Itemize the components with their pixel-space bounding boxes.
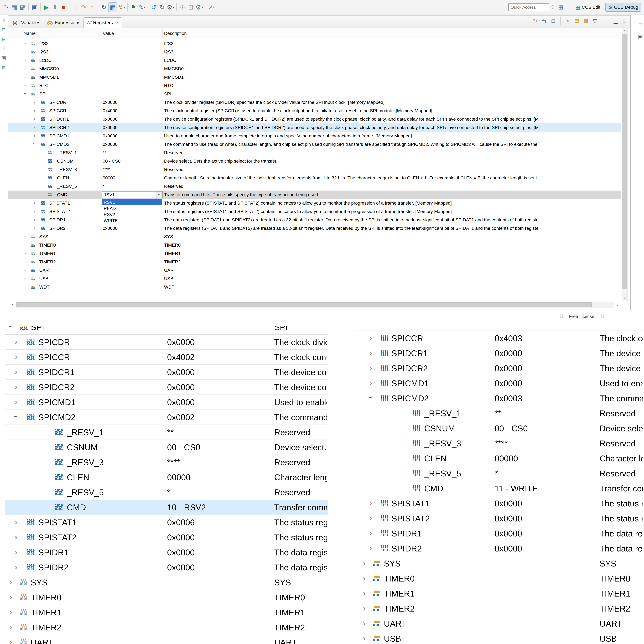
console-button-icon[interactable]: ▣ bbox=[30, 3, 39, 12]
clone-window-button-icon[interactable]: ⊡ bbox=[187, 3, 195, 12]
register-value[interactable]: * bbox=[495, 469, 498, 478]
register-row-mmcsd1[interactable]: ›AAA0101MMCSD1MMCSD1 bbox=[8, 73, 621, 81]
variables-fast-view-icon[interactable]: ⊞ bbox=[2, 37, 6, 42]
register-row-spidr2[interactable]: ›10100101SPIDR20x0000The data reg bbox=[354, 541, 644, 556]
register-row-rtc[interactable]: ›AAA0101RTCRTC bbox=[8, 81, 621, 90]
expand-icon[interactable]: › bbox=[24, 58, 26, 62]
expand-icon[interactable]: › bbox=[10, 623, 12, 631]
register-row-spicmd1[interactable]: ›10100101SPICMD10x0000Used to enab bbox=[354, 376, 644, 391]
register-value[interactable]: 0x0000 bbox=[103, 133, 118, 139]
expand-icon[interactable]: › bbox=[369, 349, 372, 357]
expand-icon[interactable]: › bbox=[15, 383, 17, 391]
expand-icon[interactable]: › bbox=[34, 117, 35, 121]
dropdown-option-write[interactable]: WRITE bbox=[102, 218, 162, 224]
register-value[interactable]: 0x0000 bbox=[167, 382, 195, 392]
open-perspective-icon[interactable]: ⊞ bbox=[556, 3, 565, 12]
vertical-scrollbar-thumb[interactable] bbox=[622, 34, 627, 289]
register-value[interactable]: 0x0000 bbox=[167, 397, 195, 407]
register-row-sys[interactable]: ›AAA0101SYSSYS bbox=[354, 556, 644, 571]
register-row-wdt[interactable]: ›AAA0101WDTWDT bbox=[8, 283, 621, 291]
expand-icon[interactable]: › bbox=[24, 251, 26, 255]
expand-icon[interactable]: › bbox=[15, 368, 17, 376]
register-row-spicmd2[interactable]: ›10100101SPICMD20x0003The comman bbox=[354, 391, 644, 406]
register-row-timer2[interactable]: ›AAA0101TIMER2TIMER2 bbox=[354, 601, 644, 616]
pause-button-icon[interactable]: ‖ bbox=[51, 3, 59, 12]
expand-icon[interactable]: › bbox=[24, 75, 26, 79]
expand-icon[interactable]: › bbox=[24, 260, 26, 264]
register-row-spidr1[interactable]: ›10100101SPIDR1The data registers (SPIDA… bbox=[8, 216, 621, 224]
flash-button-icon[interactable]: ↯▾ bbox=[117, 3, 126, 12]
register-row-spistat1[interactable]: ›10100101SPISTAT1The status registers (S… bbox=[8, 199, 621, 207]
restore-view-icon[interactable]: □ bbox=[2, 27, 5, 32]
register-row-csnum[interactable]: 10100101CSNUM00 - CS0Device select. Se bbox=[5, 440, 328, 455]
register-row-spicmd1[interactable]: ›10100101SPICMD10x0000Used to enable cha… bbox=[8, 132, 621, 140]
expand-icon[interactable]: › bbox=[10, 593, 12, 601]
ccs-edit-button[interactable]: ▦ CCS Edit bbox=[573, 3, 603, 12]
horizontal-scrollbar-thumb[interactable] bbox=[16, 302, 592, 307]
register-value[interactable]: 0x0000 bbox=[495, 379, 522, 388]
vertical-scrollbar[interactable]: ∧ ∨ bbox=[622, 28, 628, 301]
expand-icon[interactable]: › bbox=[15, 398, 17, 406]
column-header-description[interactable]: Description bbox=[164, 31, 187, 36]
register-row-spicmd2[interactable]: ›10100101SPICMD20x0000The command to use… bbox=[8, 140, 621, 149]
expand-icon[interactable]: › bbox=[15, 518, 17, 526]
register-row-timer2[interactable]: ›AAA0101TIMER2TIMER2 bbox=[5, 620, 328, 635]
register-row-uart[interactable]: ›AAA0101UARTUART bbox=[354, 616, 644, 631]
register-value[interactable]: 0x0002 bbox=[167, 412, 195, 422]
expand-icon[interactable]: › bbox=[24, 41, 26, 45]
wand-button-icon[interactable]: ↗▾ bbox=[207, 3, 215, 12]
register-row-spidr2[interactable]: ›10100101SPIDR20x0000The data registers … bbox=[8, 224, 621, 233]
expand-icon[interactable]: › bbox=[24, 268, 26, 272]
register-row-_resv_3[interactable]: 10100101_RESV_3****Reserved bbox=[354, 436, 644, 451]
dropdown-arrow-icon[interactable]: ▾ bbox=[123, 5, 125, 9]
restore-panel-icon[interactable]: □ bbox=[639, 22, 642, 27]
register-value[interactable]: 0x0000 bbox=[495, 514, 522, 523]
expand-icon[interactable]: › bbox=[24, 67, 26, 71]
dropdown-arrow-icon[interactable]: ▾ bbox=[144, 5, 145, 9]
layout-icon[interactable]: ☀ bbox=[564, 17, 571, 25]
register-row-_resv_5[interactable]: 10100101_RESV_5*Reserved bbox=[5, 485, 328, 500]
cmd-value-combo[interactable]: RSV1› bbox=[102, 191, 163, 198]
import-registers-icon[interactable]: ⇆ bbox=[541, 17, 548, 25]
horizontal-scrollbar-track[interactable] bbox=[16, 302, 613, 308]
tab-registers[interactable]: 10100101 Registers × bbox=[83, 17, 122, 28]
register-row-clen[interactable]: 10100101CLEN00000Character length. Sets … bbox=[8, 174, 621, 182]
column-header-value[interactable]: Value bbox=[103, 31, 114, 36]
expand-icon[interactable]: › bbox=[24, 83, 26, 87]
register-row-spiccr[interactable]: ›10100101SPICCR0x4003The clock co bbox=[354, 331, 644, 346]
collapse-icon[interactable]: › bbox=[32, 143, 36, 145]
register-row-spicdr[interactable]: ›10100101SPICDR0x0000The clock divider r… bbox=[8, 98, 621, 107]
dropdown-arrow-icon[interactable]: ▾ bbox=[7, 5, 8, 9]
register-row-_resv_1[interactable]: 10100101_RESV_1**Reserved bbox=[8, 149, 621, 157]
register-row-_resv_1[interactable]: 10100101_RESV_1**Reserved bbox=[5, 425, 328, 440]
register-value[interactable]: 0x0000 bbox=[495, 364, 522, 373]
redo-button-icon[interactable]: ↻ bbox=[158, 3, 166, 12]
save-all-button-icon[interactable]: ▩ bbox=[18, 3, 27, 12]
expand-icon[interactable]: › bbox=[15, 548, 17, 556]
dropdown-option-rsv2[interactable]: RSV2 bbox=[102, 212, 162, 218]
expand-icon[interactable]: › bbox=[24, 285, 26, 289]
resume-button-icon[interactable]: ▶ bbox=[42, 3, 51, 12]
expand-icon[interactable]: › bbox=[34, 209, 35, 213]
expand-icon[interactable]: › bbox=[15, 338, 17, 346]
expand-icon[interactable]: › bbox=[10, 638, 12, 644]
collapse-all-icon[interactable]: ⊟ bbox=[550, 17, 557, 25]
register-row-clen[interactable]: 10100101CLEN00000Character le bbox=[354, 451, 644, 466]
register-row-timer1[interactable]: ›AAA0101TIMER1TIMER1 bbox=[354, 586, 644, 601]
step-return-button-icon[interactable]: ↑ bbox=[88, 3, 96, 12]
expand-icon[interactable]: › bbox=[363, 634, 366, 642]
register-value[interactable]: 0x0000 bbox=[167, 563, 195, 572]
register-row-timer2[interactable]: ›AAA0101TIMER2TIMER2 bbox=[8, 258, 621, 266]
expand-icon[interactable]: › bbox=[363, 574, 366, 582]
expand-icon[interactable]: › bbox=[369, 364, 372, 372]
terminate-all-button-icon[interactable]: ⊘ bbox=[178, 3, 187, 12]
register-row-spicmd2[interactable]: ›10100101SPICMD20x0002The command to u bbox=[5, 410, 328, 425]
register-row-timer0[interactable]: ›AAA0101TIMER0TIMER0 bbox=[5, 590, 328, 605]
horizontal-scrollbar[interactable]: ‹ › bbox=[10, 301, 620, 308]
register-row-spistat1[interactable]: ›10100101SPISTAT10x0000The status re bbox=[354, 496, 644, 511]
dropdown-arrow-icon[interactable]: ▾ bbox=[213, 5, 215, 9]
register-value[interactable]: 0x0000 bbox=[103, 117, 118, 122]
cmd-dropdown-list[interactable]: RSV1READRSV2WRITE bbox=[102, 199, 162, 224]
stop-button-icon[interactable]: ■ bbox=[59, 3, 68, 12]
maximize-icon[interactable]: □ bbox=[621, 17, 628, 25]
